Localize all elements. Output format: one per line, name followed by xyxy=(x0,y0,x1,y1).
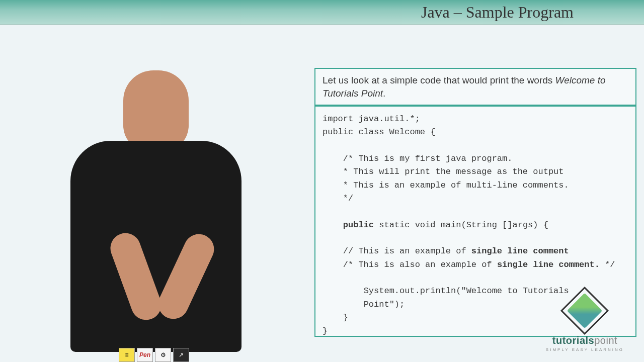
intro-text-before: Let us look at a simple code that would … xyxy=(323,75,555,85)
intro-text-box: Let us look at a simple code that would … xyxy=(314,68,636,106)
tool-settings[interactable]: ⚙ xyxy=(155,348,171,362)
page-title: Java – Sample Program xyxy=(421,3,574,22)
brand-logo: tutorialspoint SIMPLY EASY LEARNING xyxy=(546,294,624,352)
tool-pointer[interactable]: ↗ xyxy=(173,348,189,362)
logo-text: tutorialspoint xyxy=(546,335,624,346)
header-bar: Java – Sample Program xyxy=(0,0,644,25)
presenter-figure xyxy=(65,55,247,362)
tool-pen[interactable]: Pen xyxy=(137,348,153,362)
whiteboard-area: Let us look at a simple code that would … xyxy=(0,25,644,362)
intro-text-after: . xyxy=(383,88,385,99)
logo-tagline: SIMPLY EASY LEARNING xyxy=(546,347,624,352)
logo-icon xyxy=(560,287,609,335)
tool-menu[interactable]: ≡ xyxy=(119,348,135,362)
annotation-toolbar: ≡ Pen ⚙ ↗ xyxy=(119,348,189,362)
